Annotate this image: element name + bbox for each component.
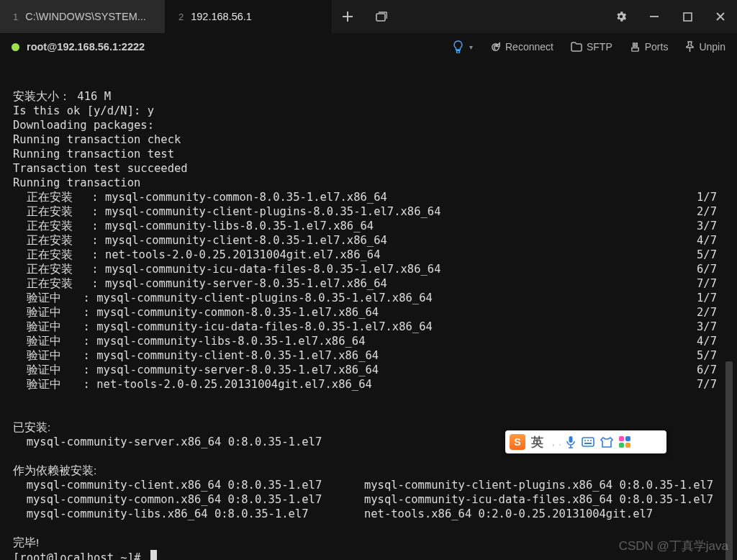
svg-rect-8: [584, 443, 592, 444]
minimize-button[interactable]: [638, 0, 671, 33]
tab-label: 192.168.56.1: [191, 11, 252, 22]
folder-icon: [571, 42, 582, 52]
scrollbar[interactable]: [724, 69, 734, 560]
mic-icon[interactable]: [566, 435, 576, 448]
step-row: 正在安装 : mysql-community-libs-8.0.35-1.el7…: [13, 219, 717, 233]
deps-header: 作为依赖被安装:: [13, 464, 96, 477]
step-row: 正在安装 : net-tools-2.0-0.25.20131004git.el…: [13, 248, 717, 262]
titlebar: 1 C:\WINDOWS\SYSTEM... 2 192.168.56.1: [0, 0, 737, 33]
unpin-button[interactable]: Unpin: [685, 41, 725, 53]
step-row: 验证中 : mysql-community-client-8.0.35-1.el…: [13, 348, 717, 363]
running-line: Running transaction: [13, 176, 140, 189]
step-row: 正在安装 : mysql-community-common-8.0.35-1.e…: [13, 190, 717, 204]
confirm-prompt: Is this ok [y/d/N]:: [13, 104, 148, 117]
step-row: 正在安装 : mysql-community-client-8.0.35-1.e…: [13, 233, 717, 248]
svg-rect-2: [684, 13, 692, 21]
ime-punct-icon[interactable]: ，.: [548, 435, 561, 449]
chevron-down-icon: ▾: [469, 43, 473, 51]
done-label: 完毕!: [13, 536, 39, 548]
tab-index: 1: [13, 12, 18, 22]
status-dot-icon: [12, 43, 19, 51]
sftp-label: SFTP: [587, 41, 612, 53]
connection-title: root@192.168.56.1:2222: [27, 41, 145, 53]
confirm-answer: y: [148, 104, 154, 117]
step-row: 验证中 : net-tools-2.0-0.25.20131004git.el7…: [13, 377, 717, 392]
svg-rect-3: [569, 436, 573, 443]
connection-bar: root@192.168.56.1:2222 ▾ Reconnect SFTP …: [0, 33, 737, 60]
pin-icon: [685, 41, 695, 53]
shell-prompt: [root@localhost ~]#: [13, 551, 148, 560]
terminal-output: 安装大小： 416 M Is this ok [y/d/N]: y Downlo…: [13, 75, 717, 560]
close-button[interactable]: [704, 0, 737, 33]
step-row: 验证中 : mysql-community-icu-data-files-8.0…: [13, 320, 717, 334]
tabs-overview-button[interactable]: [364, 0, 397, 33]
step-row: 正在安装 : mysql-community-icu-data-files-8.…: [13, 262, 717, 276]
ports-button[interactable]: Ports: [630, 41, 669, 53]
settings-button[interactable]: [605, 0, 638, 33]
svg-rect-0: [376, 14, 385, 21]
tab-1[interactable]: 1 C:\WINDOWS\SYSTEM...: [0, 0, 166, 33]
installed-pkg: mysql-community-server.x86_64 0:8.0.35-1…: [27, 435, 322, 448]
deps-columns: mysql-community-client.x86_64 0:8.0.35-1…: [13, 478, 717, 521]
watermark: CSDN @丁真学java: [619, 538, 728, 554]
reload-icon: [490, 42, 501, 53]
ime-bar[interactable]: S 英 ，.: [505, 430, 666, 453]
scrollbar-thumb[interactable]: [725, 361, 733, 560]
hint-button[interactable]: ▾: [453, 40, 473, 53]
test-ok-line: Transaction test succeeded: [13, 162, 188, 175]
apps-icon[interactable]: [619, 436, 630, 448]
tab-label: C:\WINDOWS\SYSTEM...: [25, 11, 146, 22]
maximize-icon: [683, 12, 692, 22]
reconnect-label: Reconnect: [505, 41, 553, 53]
skin-icon[interactable]: [600, 436, 613, 448]
cursor-icon: [150, 550, 157, 560]
reconnect-button[interactable]: Reconnect: [490, 41, 553, 53]
step-row: 正在安装 : mysql-community-client-plugins-8.…: [13, 204, 717, 219]
tab-2[interactable]: 2 192.168.56.1: [166, 0, 331, 33]
step-row: 验证中 : mysql-community-client-plugins-8.0…: [13, 291, 717, 305]
install-size-value: 416 M: [77, 90, 111, 103]
install-size-label: 安装大小：: [13, 90, 71, 102]
plus-icon: [342, 11, 353, 22]
svg-rect-4: [582, 438, 594, 446]
terminal-pane[interactable]: 安装大小： 416 M Is this ok [y/d/N]: y Downlo…: [0, 60, 737, 560]
step-row: 验证中 : mysql-community-server-8.0.35-1.el…: [13, 363, 717, 377]
svg-rect-1: [650, 16, 659, 17]
new-tab-button[interactable]: [331, 0, 364, 33]
bulb-icon: [453, 40, 464, 53]
gear-icon: [615, 10, 628, 23]
step-row: 验证中 : mysql-community-common-8.0.35-1.el…: [13, 305, 717, 320]
ports-icon: [630, 42, 641, 53]
unpin-label: Unpin: [699, 41, 725, 53]
sogou-logo-icon: S: [510, 434, 525, 450]
check-line: Running transaction check: [13, 133, 181, 146]
keyboard-icon[interactable]: [582, 437, 594, 447]
test-line: Running transaction test: [13, 148, 174, 161]
tab-index: 2: [178, 12, 184, 22]
downloading-line: Downloading packages:: [13, 119, 154, 132]
ports-label: Ports: [645, 41, 669, 53]
installed-header: 已安装:: [13, 421, 50, 433]
windows-icon: [374, 12, 387, 22]
svg-point-7: [590, 440, 592, 441]
maximize-button[interactable]: [671, 0, 704, 33]
close-icon: [715, 12, 725, 22]
sftp-button[interactable]: SFTP: [571, 41, 612, 53]
minimize-icon: [649, 12, 659, 22]
step-row: 验证中 : mysql-community-libs-8.0.35-1.el7.…: [13, 334, 717, 348]
svg-point-6: [587, 440, 589, 441]
step-row: 正在安装 : mysql-community-server-8.0.35-1.e…: [13, 276, 717, 291]
ime-mode[interactable]: 英: [531, 434, 543, 451]
svg-point-5: [584, 440, 586, 441]
